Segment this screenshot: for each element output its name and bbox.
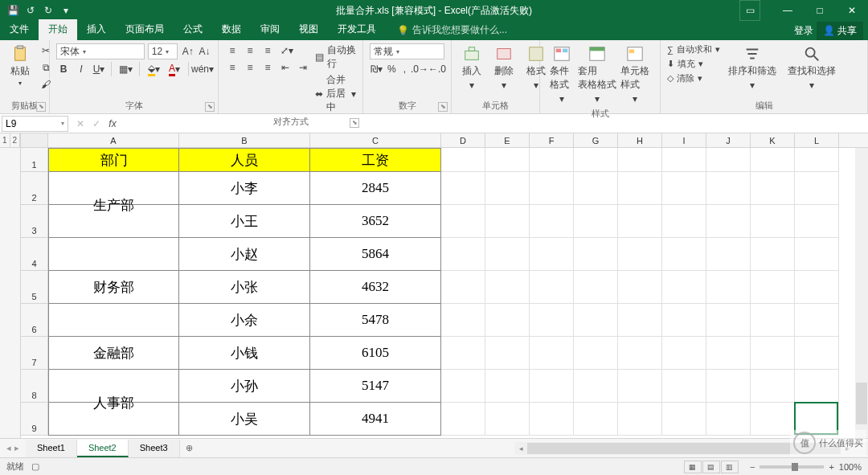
- cell-B3[interactable]: 小王: [179, 205, 310, 238]
- col-header-E[interactable]: E: [485, 133, 530, 147]
- row-header[interactable]: 8: [21, 370, 48, 403]
- cell-L8[interactable]: [795, 370, 839, 403]
- cell-K8[interactable]: [751, 370, 795, 403]
- row-header[interactable]: 7: [21, 337, 48, 370]
- ribbon-tab-1[interactable]: 开始: [39, 19, 77, 40]
- number-format-combo[interactable]: 常规▾: [370, 43, 444, 59]
- font-size-combo[interactable]: 12▾: [148, 43, 178, 59]
- bold-icon[interactable]: B: [56, 62, 71, 76]
- cell-J7[interactable]: [706, 337, 751, 370]
- cell-F4[interactable]: [530, 238, 574, 271]
- ribbon-tab-4[interactable]: 公式: [174, 19, 212, 40]
- cell-K3[interactable]: [751, 205, 795, 238]
- cell-L6[interactable]: [795, 304, 839, 337]
- cell-E9[interactable]: [485, 403, 530, 436]
- cell-D4[interactable]: [441, 238, 485, 271]
- cell-E5[interactable]: [485, 271, 530, 304]
- cell-F9[interactable]: [530, 403, 574, 436]
- cell-H6[interactable]: [618, 304, 662, 337]
- close-button[interactable]: ✕: [836, 0, 868, 21]
- border-icon[interactable]: ▦▾: [117, 62, 134, 76]
- cell-E2[interactable]: [485, 172, 530, 205]
- cell-G4[interactable]: [574, 238, 618, 271]
- horizontal-scrollbar[interactable]: ◂▸: [514, 442, 868, 455]
- row-header[interactable]: 5: [21, 271, 48, 304]
- row-header[interactable]: 6: [21, 304, 48, 337]
- cell-G5[interactable]: [574, 271, 618, 304]
- cell-C5[interactable]: 4632: [310, 271, 441, 304]
- cell-H5[interactable]: [618, 271, 662, 304]
- col-header-A[interactable]: A: [48, 133, 179, 147]
- cell-C4[interactable]: 5864: [310, 238, 441, 271]
- cell-G2[interactable]: [574, 172, 618, 205]
- cell-D1[interactable]: [441, 148, 485, 172]
- align-dialog-icon[interactable]: ⬊: [350, 118, 359, 128]
- wrap-text-button[interactable]: ▤自动换行: [315, 43, 356, 71]
- fx-icon[interactable]: fx: [105, 118, 120, 129]
- cell-E7[interactable]: [485, 337, 530, 370]
- page-layout-view-icon[interactable]: ▤: [702, 461, 720, 473]
- cell-A1[interactable]: 部门: [48, 148, 179, 172]
- cell-C3[interactable]: 3652: [310, 205, 441, 238]
- row-header[interactable]: 1: [21, 148, 48, 172]
- align-bottom-icon[interactable]: ≡: [260, 43, 275, 58]
- cell-L1[interactable]: [795, 148, 839, 172]
- cell-K2[interactable]: [751, 172, 795, 205]
- cell-I3[interactable]: [662, 205, 706, 238]
- vertical-scrollbar[interactable]: [855, 148, 868, 438]
- macro-record-icon[interactable]: ▢: [31, 461, 39, 471]
- cell-F8[interactable]: [530, 370, 574, 403]
- cell-L7[interactable]: [795, 337, 839, 370]
- cell-E3[interactable]: [485, 205, 530, 238]
- cell-J5[interactable]: [706, 271, 751, 304]
- font-color-icon[interactable]: A▾: [166, 62, 183, 76]
- cell-A3[interactable]: [48, 205, 179, 238]
- percent-icon[interactable]: %: [387, 62, 397, 76]
- cell-I1[interactable]: [662, 148, 706, 172]
- cell-D8[interactable]: [441, 370, 485, 403]
- font-name-combo[interactable]: 宋体▾: [56, 43, 145, 59]
- cell-L2[interactable]: [795, 172, 839, 205]
- cell-B7[interactable]: 小钱: [179, 337, 310, 370]
- undo-icon[interactable]: ↺: [23, 2, 39, 18]
- ribbon-tab-6[interactable]: 审阅: [251, 19, 289, 40]
- paste-button[interactable]: 粘贴▾: [6, 43, 34, 88]
- cell-L9[interactable]: [795, 403, 839, 436]
- cell-B6[interactable]: 小余: [179, 304, 310, 337]
- indent-dec-icon[interactable]: ⇤: [278, 60, 293, 75]
- cell-E6[interactable]: [485, 304, 530, 337]
- cell-F5[interactable]: [530, 271, 574, 304]
- maximize-button[interactable]: □: [804, 0, 836, 21]
- col-header-C[interactable]: C: [310, 133, 441, 147]
- insert-cells-button[interactable]: 插入▾: [458, 43, 485, 92]
- cell-F3[interactable]: [530, 205, 574, 238]
- cell-J1[interactable]: [706, 148, 751, 172]
- align-center-icon[interactable]: ≡: [243, 60, 257, 75]
- cell-J8[interactable]: [706, 370, 751, 403]
- sheet-nav-next-icon[interactable]: ▸: [14, 443, 19, 453]
- align-right-icon[interactable]: ≡: [260, 60, 275, 75]
- col-header-J[interactable]: J: [706, 133, 751, 147]
- comma-icon[interactable]: ,: [400, 62, 409, 76]
- align-top-icon[interactable]: ≡: [225, 43, 240, 58]
- inc-decimal-icon[interactable]: .0→: [412, 62, 427, 76]
- outline-bar[interactable]: 12: [0, 133, 21, 438]
- cell-D2[interactable]: [441, 172, 485, 205]
- cell-A7[interactable]: [48, 337, 179, 370]
- cell-G1[interactable]: [574, 148, 618, 172]
- cell-C2[interactable]: 2845: [310, 172, 441, 205]
- merge-center-button[interactable]: ⬌合并后居中▾: [315, 73, 356, 114]
- font-dialog-icon[interactable]: ⬊: [205, 102, 215, 112]
- col-header-G[interactable]: G: [574, 133, 618, 147]
- cell-B8[interactable]: 小孙: [179, 370, 310, 403]
- col-header-L[interactable]: L: [795, 133, 839, 147]
- enter-formula-icon[interactable]: ✓: [89, 118, 104, 129]
- conditional-format-button[interactable]: 条件格式▾: [547, 43, 577, 106]
- increase-font-icon[interactable]: A↑: [181, 44, 194, 59]
- cell-K7[interactable]: [751, 337, 795, 370]
- cell-G9[interactable]: [574, 403, 618, 436]
- sheet-tab-Sheet1[interactable]: Sheet1: [26, 440, 77, 457]
- cell-A6[interactable]: [48, 304, 179, 337]
- add-sheet-button[interactable]: ⊕: [180, 443, 199, 453]
- cell-G6[interactable]: [574, 304, 618, 337]
